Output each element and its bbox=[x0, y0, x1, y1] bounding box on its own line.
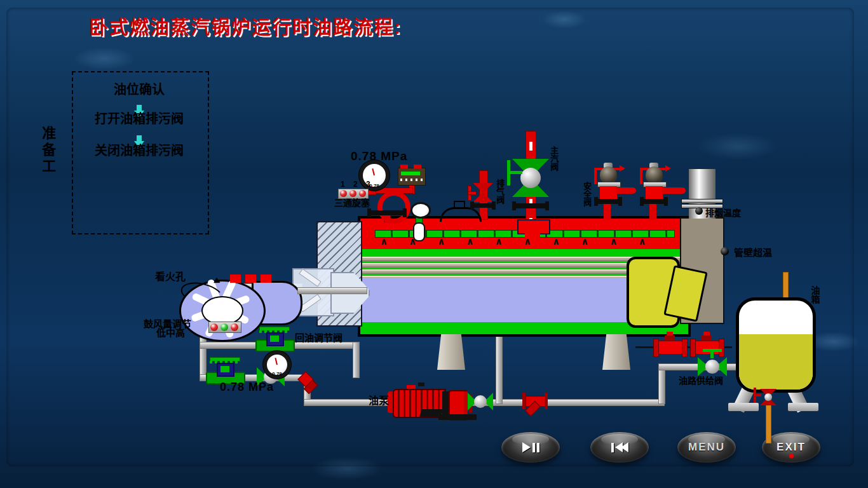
valve-lever-v bbox=[640, 168, 642, 184]
angle-valve[interactable] bbox=[299, 372, 320, 393]
valve-dome bbox=[600, 166, 617, 183]
valve-body bbox=[646, 186, 663, 199]
pump-support bbox=[419, 409, 444, 417]
valve-body bbox=[656, 341, 685, 355]
blast-low-lamp[interactable] bbox=[210, 323, 218, 331]
boiler-green-strip bbox=[360, 249, 688, 255]
flange-end bbox=[403, 208, 407, 217]
cock-port-1[interactable] bbox=[340, 190, 347, 197]
flange-end bbox=[618, 197, 622, 206]
main-steam-valve[interactable] bbox=[512, 159, 549, 197]
fan-port-3 bbox=[261, 274, 271, 283]
pipe-tank-drop bbox=[658, 365, 665, 404]
valve-outlet bbox=[661, 187, 686, 194]
oil-pump[interactable] bbox=[386, 380, 475, 422]
rewind-bar-icon bbox=[611, 443, 614, 452]
wall-overtemp-sensor bbox=[721, 247, 729, 255]
valve-ball bbox=[520, 168, 541, 188]
menu-button[interactable]: MENU bbox=[677, 432, 736, 463]
vent-flange bbox=[471, 203, 494, 208]
cock-numbers: 1 2 3 bbox=[341, 180, 374, 189]
controller-tab-2 bbox=[414, 165, 421, 168]
bottom-pressure-reading: 0.78 MPa bbox=[220, 381, 274, 394]
siphon-loop bbox=[377, 191, 410, 224]
flow-step-2: 打开油箱排污阀 bbox=[72, 112, 207, 126]
oil-pump-label: 油泵 bbox=[369, 395, 389, 407]
lower-cv-actuator[interactable] bbox=[217, 363, 234, 377]
chimney-flange-1 bbox=[681, 199, 723, 203]
flange-end bbox=[512, 201, 516, 210]
boiler-leg-left bbox=[437, 334, 465, 370]
safety-valve-label: 安全阀 bbox=[582, 182, 591, 207]
flow-step-1: 油位确认 bbox=[72, 83, 207, 97]
water-gauge-column bbox=[413, 222, 425, 241]
oil-strainer[interactable] bbox=[522, 391, 549, 418]
blowdown-valve-1[interactable] bbox=[653, 332, 686, 356]
pipe-return-drop bbox=[353, 342, 360, 378]
tank-oil-level bbox=[739, 334, 813, 390]
controller-display bbox=[401, 172, 420, 175]
cock-port-3[interactable] bbox=[359, 190, 366, 197]
flange-end bbox=[594, 197, 598, 206]
valve-stem bbox=[649, 204, 656, 220]
flange-end bbox=[640, 197, 644, 206]
exit-indicator-dot bbox=[789, 454, 794, 458]
blowdown-valve-2[interactable] bbox=[690, 332, 723, 356]
blast-high-lamp[interactable] bbox=[231, 323, 238, 331]
fan-port-2 bbox=[245, 274, 256, 283]
pause-icon bbox=[537, 443, 539, 452]
flue-temp-label: 排烟温度 bbox=[705, 208, 741, 218]
steam-handle-h bbox=[507, 171, 522, 174]
valve-lever-tip bbox=[620, 165, 625, 172]
cock-port-2[interactable] bbox=[349, 190, 356, 197]
rewind-button[interactable] bbox=[590, 432, 649, 463]
pressure-controller[interactable] bbox=[398, 168, 426, 186]
valve-stem bbox=[604, 204, 611, 220]
safety-valve-2[interactable] bbox=[639, 163, 684, 220]
valve-dome bbox=[646, 166, 663, 183]
valve-outlet bbox=[616, 187, 636, 194]
gauge-dial-value: 0.78 bbox=[263, 371, 291, 377]
mainline-ball-valve[interactable] bbox=[468, 393, 493, 410]
flange-end bbox=[545, 201, 549, 210]
blast-indicator-strip[interactable] bbox=[208, 322, 241, 333]
pause-icon bbox=[532, 443, 535, 452]
flange-end bbox=[470, 201, 474, 210]
valve-part bbox=[473, 193, 493, 202]
steam-flange bbox=[513, 203, 548, 208]
valve-flange-r bbox=[719, 339, 724, 357]
bottom-pressure-gauge: 0.78 bbox=[263, 351, 291, 379]
vent-valve[interactable] bbox=[473, 183, 493, 202]
valve-flange-l bbox=[690, 339, 696, 357]
blast-mid-lamp[interactable] bbox=[220, 323, 228, 331]
three-way-cock-label: 三通旋塞 bbox=[334, 198, 370, 208]
safety-valve-1[interactable] bbox=[593, 163, 639, 220]
tank-drain-valve[interactable] bbox=[760, 389, 776, 405]
wall-overtemp-label: 管壁超温 bbox=[734, 248, 772, 259]
play-pause-button[interactable] bbox=[501, 432, 560, 463]
prep-side-label: 准备工 bbox=[39, 126, 55, 175]
actuator-window bbox=[220, 366, 229, 372]
manhole-arc bbox=[440, 207, 482, 222]
sight-hole-label: 看火孔 bbox=[155, 271, 186, 283]
rewind-icon bbox=[621, 442, 628, 452]
valve-lever-tip bbox=[665, 165, 671, 172]
pump-base bbox=[438, 414, 477, 420]
strainer-flange-r bbox=[545, 393, 548, 409]
actuator-window bbox=[270, 336, 279, 342]
valve-flange-r bbox=[682, 339, 688, 357]
return-valve-actuator[interactable] bbox=[266, 332, 284, 346]
oil-supply-valve[interactable] bbox=[698, 357, 727, 376]
burner-lance bbox=[297, 287, 367, 294]
valve-body bbox=[600, 186, 617, 199]
vent-valve-label: 排气阀 bbox=[495, 179, 504, 204]
valve-ball bbox=[764, 393, 772, 401]
oil-tank bbox=[736, 297, 816, 393]
flange-end bbox=[367, 208, 371, 217]
manhole-fitting bbox=[454, 201, 465, 209]
drain-handle-h bbox=[754, 394, 761, 396]
play-icon bbox=[522, 442, 531, 452]
valve-part bbox=[473, 183, 493, 193]
flow-step-3: 关闭油箱排污阀 bbox=[72, 144, 207, 158]
menu-button-label: MENU bbox=[688, 441, 725, 454]
